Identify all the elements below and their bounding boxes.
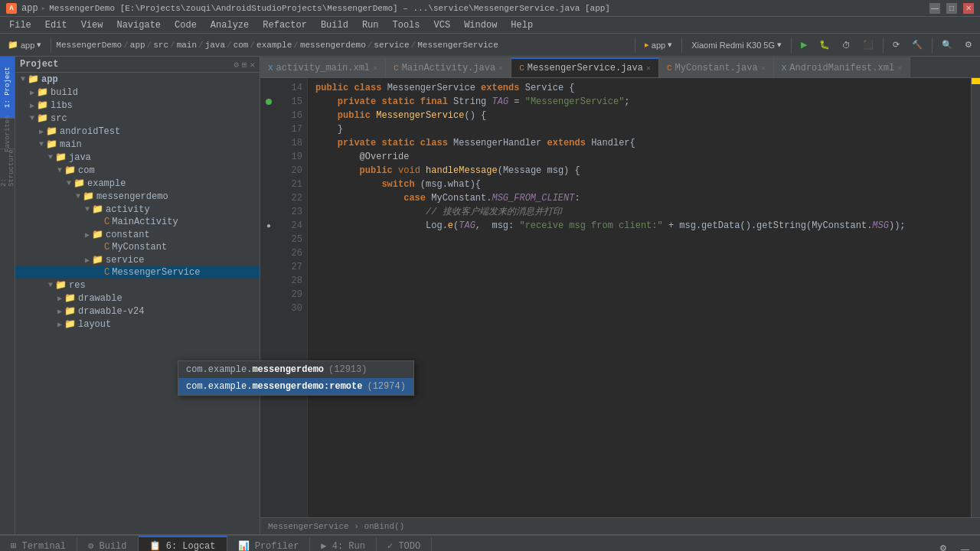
menu-vcs[interactable]: VCS [428, 18, 457, 32]
tree-item-layout[interactable]: ▶ 📁 layout [15, 318, 260, 331]
line-num-19: 19 [282, 150, 302, 164]
build-icon: ⚙ [88, 541, 93, 551]
tab-activity-main-xml[interactable]: X activity_main.xml ✕ [260, 57, 386, 77]
tab-close-messengerservice[interactable]: ✕ [646, 64, 651, 73]
logcat-minimize-button[interactable]: — [956, 543, 974, 552]
tree-item-constant[interactable]: ▶ 📁 constant [15, 228, 260, 241]
tab-androidmanifest-xml[interactable]: X AndroidManifest.xml ✕ [774, 57, 910, 77]
maximize-button[interactable]: □ [946, 3, 957, 14]
tree-item-drawable-v24[interactable]: ▶ 📁 drawable-v24 [15, 305, 260, 318]
side-tab-structure[interactable]: 2: Structure [0, 148, 15, 187]
project-header-icons: ⚙ ⊞ ✕ [234, 60, 255, 70]
tab-logcat[interactable]: 📋 6: Logcat [139, 536, 227, 551]
settings-button[interactable]: ⚙ [960, 38, 977, 51]
build-button[interactable]: 🔨 [907, 38, 927, 51]
tree-label-libs: libs [51, 100, 73, 111]
tab-close-mainactivity[interactable]: ✕ [498, 64, 503, 73]
menu-help[interactable]: Help [505, 18, 539, 32]
menu-file[interactable]: File [3, 18, 38, 32]
project-close-icon[interactable]: ✕ [250, 60, 255, 70]
code-line-25: switch (msg.what){ [315, 178, 963, 191]
main-layout: 1: Project Favorites 2: Structure Projec… [0, 57, 980, 534]
app-run-config[interactable]: ▸ app ▾ [640, 38, 677, 51]
tree-item-messengerdemo[interactable]: ▼ 📁 messengerdemo [15, 190, 260, 203]
stop-button[interactable]: ⬛ [858, 38, 878, 51]
tree-item-mainactivity[interactable]: C MainActivity [15, 216, 260, 228]
minimize-button[interactable]: — [929, 3, 940, 14]
folder-icon-java: 📁 [55, 152, 67, 163]
bc-sep-2: / [147, 41, 152, 50]
tree-item-example[interactable]: ▼ 📁 example [15, 177, 260, 190]
tree-item-activity[interactable]: ▼ 📁 activity [15, 203, 260, 216]
device-selector[interactable]: Xiaomi Redmi K30 5G ▾ [687, 38, 786, 51]
tab-todo[interactable]: ✓ TODO [377, 537, 432, 551]
code-editor[interactable]: ● 14 15 16 17 18 19 20 21 22 23 24 25 26… [260, 78, 980, 517]
tab-close-myconstant[interactable]: ✕ [761, 64, 766, 73]
logcat-panel-controls: ⚙ — [935, 542, 980, 551]
tab-mainactivity-java[interactable]: C MainActivity.java ✕ [386, 57, 511, 77]
tab-label-messengerservice-java: MessengerService.java [528, 63, 643, 73]
folder-icon-app: 📁 [28, 73, 39, 85]
tab-messengerservice-java[interactable]: C MessengerService.java ✕ [511, 57, 659, 77]
tree-item-messengerservice[interactable]: C MessengerService [15, 266, 260, 279]
sync-button[interactable]: ⟳ [888, 38, 904, 51]
side-tab-project[interactable]: 1: Project [0, 57, 15, 118]
tab-run[interactable]: ▶ 4: Run [310, 537, 377, 551]
line-numbers: 14 15 16 17 18 19 20 21 22 23 24 25 26 2… [277, 78, 308, 517]
tab-myconstant-java[interactable]: C MyConstant.java ✕ [659, 57, 774, 77]
tab-profiler[interactable]: 📊 Profiler [227, 537, 311, 551]
tab-icon-androidmanifest: X [782, 64, 787, 73]
code-line-20: } [315, 122, 963, 136]
tree-item-com[interactable]: ▼ 📁 com [15, 164, 260, 177]
line-num-14: 14 [282, 81, 302, 95]
project-selector[interactable]: 📁 app ▾ [3, 38, 46, 51]
tree-item-java[interactable]: ▼ 📁 java [15, 151, 260, 164]
app-name: app [21, 3, 38, 14]
menu-refactor[interactable]: Refactor [256, 18, 313, 32]
side-tab-favorites[interactable]: Favorites [0, 118, 15, 148]
bc-src: src [153, 41, 168, 50]
search-everywhere-button[interactable]: 🔍 [937, 38, 957, 51]
menu-analyze[interactable]: Analyze [204, 18, 255, 32]
tree-item-res[interactable]: ▼ 📁 res [15, 279, 260, 292]
bc-sep-6: / [250, 41, 255, 50]
tree-arrow-build: ▶ [28, 88, 37, 97]
tree-item-service[interactable]: ▶ 📁 service [15, 253, 260, 266]
run-button[interactable]: ▶ [796, 38, 812, 51]
tree-item-libs[interactable]: ▶ 📁 libs [15, 99, 260, 112]
tab-terminal[interactable]: ⊞ Terminal [0, 537, 77, 551]
tab-close-androidmanifest[interactable]: ✕ [897, 64, 902, 73]
tree-item-myconstant[interactable]: C MyConstant [15, 241, 260, 253]
tree-item-build[interactable]: ▶ 📁 build [15, 86, 260, 99]
code-line-23: @Override [315, 150, 963, 164]
tree-item-drawable[interactable]: ▶ 📁 drawable [15, 292, 260, 305]
menu-window[interactable]: Window [458, 18, 503, 32]
tree-item-src[interactable]: ▼ 📁 src [15, 112, 260, 125]
tree-item-app[interactable]: ▼ 📁 app [15, 73, 260, 86]
line-num-25: 25 [282, 233, 302, 246]
profile-button[interactable]: ⏱ [838, 39, 855, 51]
project-panel-header: Project ⚙ ⊞ ✕ [15, 57, 260, 73]
debug-button[interactable]: 🐛 [815, 38, 835, 51]
project-layout-icon[interactable]: ⊞ [242, 60, 247, 70]
close-button[interactable]: ✕ [963, 3, 974, 14]
tree-item-androidtest[interactable]: ▶ 📁 androidTest [15, 125, 260, 138]
logcat-settings-button[interactable]: ⚙ [935, 542, 952, 551]
window-controls: — □ ✕ [929, 3, 974, 14]
menu-build[interactable]: Build [315, 18, 354, 32]
code-content[interactable]: public class MessengerService extends Se… [308, 78, 971, 517]
menu-view[interactable]: View [75, 18, 109, 32]
tree-item-main[interactable]: ▼ 📁 main [15, 138, 260, 151]
menu-run[interactable]: Run [356, 18, 385, 32]
tab-close-activity-main[interactable]: ✕ [373, 64, 377, 73]
menu-edit[interactable]: Edit [39, 18, 74, 32]
menu-navigate[interactable]: Navigate [110, 18, 167, 32]
menu-code[interactable]: Code [168, 18, 203, 32]
folder-icon-constant: 📁 [92, 229, 103, 240]
bc-sep-1: / [123, 41, 129, 50]
line-num-27: 27 [282, 260, 302, 274]
tab-build[interactable]: ⚙ Build [77, 537, 138, 551]
menu-tools[interactable]: Tools [387, 18, 426, 32]
run-config-chevron: ▾ [668, 40, 672, 50]
project-gear-icon[interactable]: ⚙ [234, 60, 239, 70]
